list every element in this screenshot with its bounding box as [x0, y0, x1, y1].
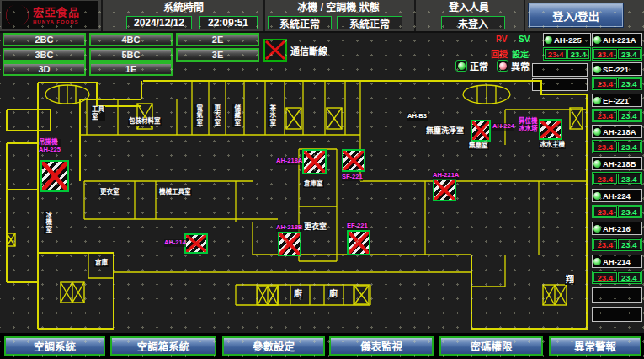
- header-bar: 宏亞食品 HUNYA FOODS 系統時間 2024/12/12 22:09:5…: [0, 0, 644, 33]
- floor-button-3bc[interactable]: 3BC: [3, 48, 86, 62]
- hmi-screen: 宏亞食品 HUNYA FOODS 系統時間 2024/12/12 22:09:5…: [0, 0, 644, 359]
- equipment-ah-214[interactable]: [184, 233, 208, 254]
- header-divider: [414, 0, 416, 31]
- unit-ah-216-values: 23.4 23.4: [592, 238, 642, 251]
- equipment-label: 昇位機 冰水塔: [519, 118, 538, 132]
- pv-value: 23.4: [545, 49, 567, 59]
- sv-value: 23.4: [618, 49, 641, 59]
- pv-value: 23.4: [593, 272, 617, 282]
- room-label: 茶水室: [268, 104, 275, 127]
- nav-password-auth-button[interactable]: 密碼權限: [439, 336, 543, 356]
- floor-button-3d[interactable]: 3D: [3, 62, 86, 76]
- equipment-ef-221[interactable]: [347, 230, 370, 255]
- company-logo: 宏亞食品 HUNYA FOODS: [2, 1, 98, 29]
- pv-value: 23.4: [593, 239, 617, 249]
- equipment-label: EF-221: [347, 222, 368, 230]
- unit-led-icon: [593, 192, 601, 200]
- equipment-label: AH-218A: [276, 158, 302, 165]
- equipment-label: 吊掛機 AH-225: [39, 139, 61, 153]
- unit-sf-221[interactable]: SF-221: [592, 62, 642, 76]
- room-label: 更衣室: [303, 222, 327, 231]
- unit-ah-224-values: 23.4 23.4: [592, 205, 642, 218]
- sv-value: 23.4: [618, 78, 641, 88]
- equipment-label: AH-221A: [433, 172, 459, 180]
- room-label: 機械工具室: [158, 189, 192, 196]
- room-label: 包裝材料室: [128, 118, 162, 126]
- unit-name: AH-214: [603, 257, 631, 266]
- logo-icon: [5, 3, 30, 27]
- unit-led-icon: [593, 128, 601, 136]
- floor-button-3e[interactable]: 3E: [176, 48, 259, 62]
- unit-led-icon: [593, 36, 601, 44]
- room-label: AH-B3: [407, 113, 428, 121]
- nav-param-settings-button[interactable]: 參數設定: [222, 336, 325, 356]
- nav-ahu-system-button[interactable]: 空調箱系統: [110, 336, 216, 356]
- unit-led-icon: [545, 36, 552, 44]
- room-label: 倉庫室: [303, 180, 324, 188]
- unit-sf-221-values: 23.4 23.4: [592, 77, 642, 90]
- unit-ah-221a-values: 23.4 23.4: [592, 47, 642, 61]
- room-label: 倉庫: [94, 260, 109, 267]
- nav-meter-monitor-button[interactable]: 儀表監視: [329, 336, 434, 356]
- equipment-ah-218b[interactable]: [278, 232, 301, 256]
- unit-ah-225[interactable]: AH-225: [543, 33, 591, 46]
- login-logout-button[interactable]: 登入/登出: [528, 3, 624, 28]
- nav-alarm-button[interactable]: 異常警報: [549, 336, 641, 356]
- unit-led-icon: [593, 258, 601, 265]
- unit-ah-218a[interactable]: AH-218A: [592, 125, 642, 138]
- floor-button-1e[interactable]: 1E: [89, 62, 173, 76]
- equipment-label: AH-214: [164, 239, 186, 247]
- pv-value: 23.4: [593, 110, 617, 121]
- floor-button-2bc[interactable]: 2BC: [3, 33, 86, 46]
- legend-normal-label: 正常: [470, 59, 488, 72]
- unit-name: AH-224: [603, 191, 631, 201]
- pv-value: 23.4: [593, 174, 617, 184]
- system-clock-value: 22:09:51: [199, 16, 258, 29]
- unit-ah-214[interactable]: AH-214: [592, 255, 642, 268]
- sv-header: SV: [519, 35, 530, 44]
- floor-button-5bc[interactable]: 5BC: [89, 48, 173, 62]
- bottom-nav-bar: 空調系統 空調箱系統 參數設定 儀表監視 密碼權限 異常警報: [0, 333, 644, 359]
- login-user-value: 未登入: [441, 16, 505, 29]
- unit-led-icon: [593, 160, 601, 168]
- unit-slot-empty: [532, 63, 588, 77]
- unit-name: AH-221A: [603, 35, 636, 45]
- floor-button-4bc[interactable]: 4BC: [89, 33, 173, 46]
- equipment-label: SF-221: [342, 174, 363, 181]
- unit-slot-empty: [592, 307, 642, 322]
- equipment-label: AH-218B: [276, 224, 302, 232]
- equipment-ah-224[interactable]: [471, 120, 491, 142]
- unit-ah-218a-values: 23.4 23.4: [592, 140, 642, 153]
- equipment-hoist[interactable]: [539, 119, 562, 140]
- nav-ac-system-button[interactable]: 空調系統: [4, 336, 105, 356]
- unit-led-icon: [593, 66, 601, 73]
- unit-ef-221[interactable]: EF-221: [592, 94, 642, 107]
- header-divider: [101, 0, 103, 31]
- pv-header-cn: 回授: [491, 47, 508, 60]
- equipment-ah-221a[interactable]: [433, 179, 456, 201]
- equipment-ah-225[interactable]: [40, 160, 69, 192]
- sv-value: 23.4: [618, 174, 641, 184]
- login-user-title: 登入人員: [418, 2, 520, 13]
- sv-header-cn: 設定: [512, 47, 529, 60]
- equipment-ah-218a[interactable]: [302, 149, 327, 174]
- sv-value: 23.4: [618, 206, 641, 217]
- header-divider: [263, 0, 265, 31]
- unit-ah-216[interactable]: AH-216: [592, 222, 642, 235]
- pv-value: 23.4: [593, 78, 617, 88]
- legend-abnormal: 異常: [497, 59, 530, 72]
- normal-led-icon: [455, 60, 467, 72]
- sv-value: 23.4: [618, 110, 641, 121]
- floor-button-2e[interactable]: 2E: [176, 33, 259, 46]
- pv-value: 23.4: [593, 49, 617, 59]
- room-label: 冰機室: [44, 211, 51, 234]
- unit-ah-224[interactable]: AH-224: [592, 189, 642, 202]
- unit-ah-221a[interactable]: AH-221A: [592, 33, 642, 46]
- unit-ah-218b[interactable]: AH-218B: [592, 157, 642, 170]
- abnormal-led-icon: [497, 60, 508, 72]
- room-label: 電氣室: [194, 104, 202, 127]
- pv-header: PV: [496, 35, 507, 44]
- room-label: 翔: [565, 275, 575, 285]
- room-label: 無塵洗淨室: [425, 126, 465, 135]
- equipment-sf-221[interactable]: [342, 149, 365, 172]
